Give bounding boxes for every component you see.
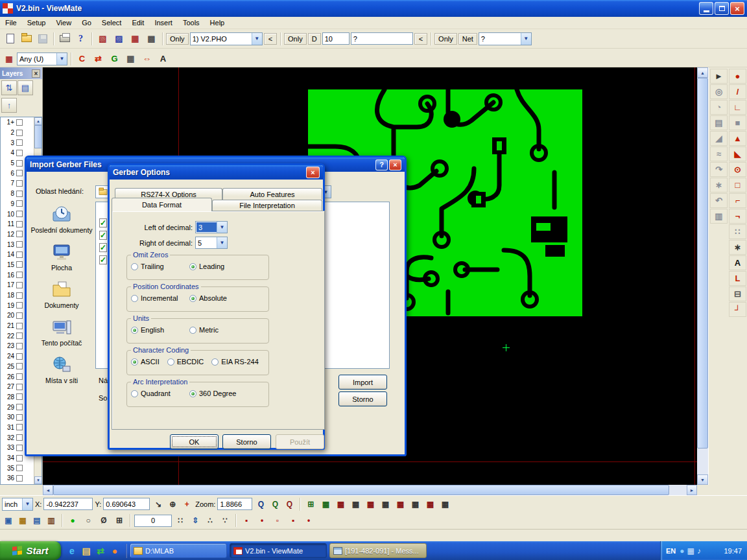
- dots-tool-icon[interactable]: ∷: [729, 224, 746, 239]
- corner2-tool-icon[interactable]: ┘: [729, 302, 746, 317]
- layer-checkbox[interactable]: [16, 119, 23, 126]
- aperture-icon[interactable]: ▦: [364, 498, 377, 511]
- layer-checkbox[interactable]: [16, 475, 23, 482]
- pattern-icon[interactable]: ∴: [204, 514, 217, 527]
- select-crossing-icon[interactable]: ▦: [128, 32, 143, 46]
- stretch-icon[interactable]: ⇔: [139, 52, 154, 66]
- chevron-down-icon[interactable]: ▼: [217, 222, 227, 233]
- wave-icon[interactable]: ≈: [710, 146, 728, 161]
- prev-dcode-button[interactable]: <: [414, 33, 427, 45]
- layer-checkbox[interactable]: [16, 302, 23, 309]
- tab-data-format[interactable]: Data Format: [112, 198, 212, 211]
- l-tool-icon[interactable]: L: [729, 271, 746, 286]
- cancel-button[interactable]: Storno: [222, 434, 271, 449]
- network-icon[interactable]: ●: [680, 546, 684, 555]
- layer-checkbox[interactable]: [16, 150, 23, 156]
- units-combo[interactable]: inch ▼: [2, 498, 33, 511]
- radio-option[interactable]: English: [131, 326, 189, 334]
- place-documents[interactable]: Dokumenty: [30, 279, 93, 309]
- select-inside-icon[interactable]: ▨: [112, 32, 126, 46]
- layers-stack-icon[interactable]: ▣: [2, 514, 15, 527]
- menu-item[interactable]: View: [51, 18, 77, 28]
- checked-file-icon[interactable]: ✓: [99, 255, 107, 264]
- layer-table-icon[interactable]: ▤: [710, 115, 728, 130]
- aperture-icon[interactable]: ▦: [438, 498, 451, 511]
- menu-item[interactable]: Tools: [178, 18, 205, 28]
- radio-option[interactable]: Incremental: [131, 294, 189, 302]
- layer-checkbox[interactable]: [16, 393, 23, 400]
- layer-up-button[interactable]: ↑: [1, 98, 17, 113]
- layer-checkbox[interactable]: [16, 424, 23, 430]
- wedge-tool-icon[interactable]: ◣: [729, 146, 746, 161]
- sync-icon[interactable]: ⇄: [95, 545, 106, 557]
- menu-item[interactable]: File: [0, 18, 22, 28]
- layer-checkbox[interactable]: [16, 170, 23, 176]
- only-layer-toggle[interactable]: Only: [166, 33, 189, 45]
- layer-checkbox[interactable]: [16, 332, 23, 339]
- layer-checkbox[interactable]: [16, 434, 23, 441]
- canvas-vscrollbar[interactable]: ▲ ▼: [697, 67, 708, 485]
- undo-arc-icon[interactable]: ↶: [710, 193, 728, 208]
- distance-icon[interactable]: ↘: [152, 498, 165, 511]
- close-button[interactable]: ×: [306, 167, 320, 178]
- place-computer[interactable]: Tento počítač: [30, 317, 93, 347]
- layer-checkbox[interactable]: [16, 211, 23, 217]
- radio-option[interactable]: Absolute: [189, 294, 248, 302]
- context-help-button[interactable]: ?: [73, 32, 88, 46]
- pad-shape-icon[interactable]: •: [302, 514, 315, 527]
- cancel-button[interactable]: Storno: [338, 391, 387, 406]
- chevron-down-icon[interactable]: ▼: [56, 53, 67, 65]
- layer-checkbox[interactable]: [16, 373, 23, 380]
- language-indicator[interactable]: EN: [666, 547, 676, 555]
- right-of-decimal-combo[interactable]: 5 ▼: [195, 237, 228, 249]
- place-network[interactable]: Místa v síti: [30, 355, 93, 384]
- layer-checkbox[interactable]: [16, 251, 23, 258]
- checked-file-icon[interactable]: ✓: [99, 231, 107, 240]
- layer-checkbox[interactable]: [16, 200, 23, 207]
- layer-checkbox[interactable]: [16, 343, 23, 349]
- scroll-up-icon[interactable]: ▲: [34, 117, 42, 125]
- close-icon[interactable]: ×: [32, 69, 40, 78]
- radio-option[interactable]: Metric: [189, 326, 248, 334]
- minimize-button[interactable]: [699, 2, 713, 15]
- folder-icon[interactable]: ▤: [80, 545, 92, 557]
- arc-tool-icon[interactable]: ↷: [710, 162, 728, 177]
- status-light-icon[interactable]: ●: [66, 514, 79, 527]
- tab-file-interpretation[interactable]: File Interpretation: [212, 200, 322, 211]
- neg-tool-icon[interactable]: ¬: [729, 209, 746, 224]
- zoom-fit-icon[interactable]: Q: [283, 498, 296, 511]
- circle-icon[interactable]: ○: [82, 514, 95, 527]
- layer-checkbox[interactable]: [16, 353, 23, 360]
- aperture-icon[interactable]: ▦: [334, 498, 347, 511]
- clear-icon[interactable]: C: [75, 52, 89, 66]
- trace-tool-icon[interactable]: /: [729, 84, 746, 99]
- zoom-input[interactable]: [217, 498, 252, 510]
- radio-option[interactable]: ASCII: [131, 358, 160, 366]
- fill-tool-icon[interactable]: ■: [729, 115, 746, 130]
- pointer-icon[interactable]: ►: [710, 69, 728, 84]
- radio-option[interactable]: EIA RS-244: [211, 358, 258, 366]
- swap-icon[interactable]: ⇄: [91, 52, 106, 66]
- layer-checkbox[interactable]: [16, 130, 23, 136]
- pad-shape-icon[interactable]: •: [255, 514, 268, 527]
- x-coordinate-input[interactable]: [43, 498, 93, 510]
- close-button[interactable]: ×: [730, 2, 744, 15]
- triangle-tool-icon[interactable]: ▲: [729, 131, 746, 146]
- rows-icon[interactable]: ▥: [710, 209, 728, 224]
- ok-button[interactable]: OK: [170, 434, 219, 449]
- chevron-down-icon[interactable]: ▼: [217, 237, 227, 248]
- import-button[interactable]: Import: [338, 375, 387, 390]
- scroll-right-icon[interactable]: ►: [687, 485, 697, 495]
- menu-item[interactable]: Select: [97, 18, 127, 28]
- save-button[interactable]: [35, 32, 50, 46]
- aperture-icon[interactable]: ▦: [409, 498, 421, 511]
- y-coordinate-input[interactable]: [103, 498, 150, 510]
- print-button[interactable]: [57, 32, 72, 46]
- taskbar-button-viewmate[interactable]: V2.bin - ViewMate: [230, 543, 327, 558]
- browser-icon[interactable]: ●: [109, 545, 121, 557]
- chevron-down-icon[interactable]: ▼: [22, 498, 32, 510]
- start-button[interactable]: Start: [0, 541, 61, 560]
- layer-checkbox[interactable]: [16, 404, 23, 410]
- radio-option[interactable]: 360 Degree: [189, 390, 248, 397]
- snap-grid-icon[interactable]: ⊞: [113, 514, 126, 527]
